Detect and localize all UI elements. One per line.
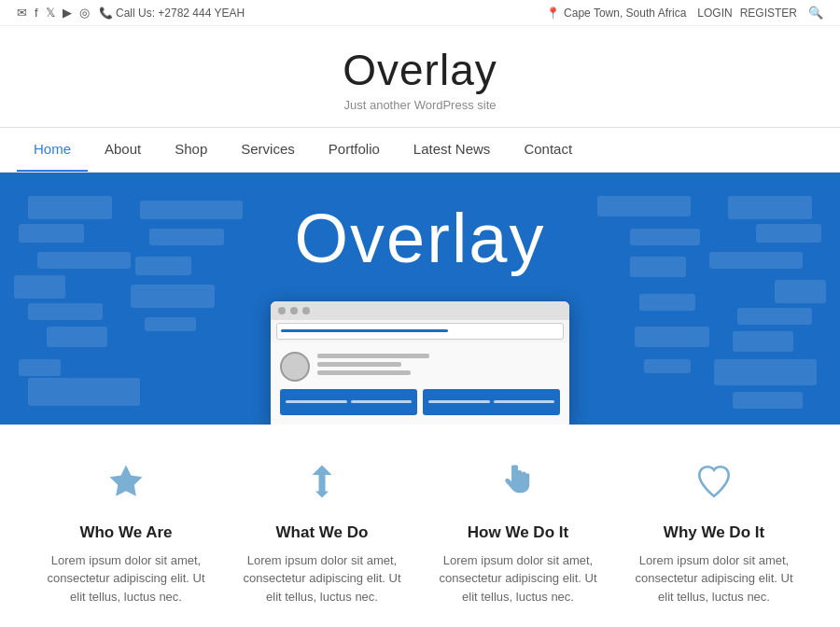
- mockup-footer-block-2: [423, 389, 560, 415]
- hero-banner: Overlay: [0, 173, 840, 425]
- social-icons: ✉ f 𝕏 ▶ ◎: [17, 6, 90, 20]
- youtube-icon[interactable]: ▶: [63, 6, 72, 20]
- feature-title-how: How We Do It: [434, 523, 602, 542]
- email-icon[interactable]: ✉: [17, 6, 27, 20]
- mockup-footer-line-2: [351, 400, 413, 403]
- mockup-footer-line-3: [428, 400, 490, 403]
- feature-what: What We DoLorem ipsum dolor sit amet, co…: [224, 462, 420, 606]
- feature-title-what: What We Do: [238, 523, 406, 542]
- feature-title-who: Who We Are: [42, 523, 210, 542]
- hero-mockup: [271, 301, 569, 425]
- feature-how: How We Do ItLorem ipsum dolor sit amet, …: [420, 462, 616, 606]
- auth-links: LOGIN REGISTER: [697, 7, 797, 20]
- facebook-icon[interactable]: f: [35, 6, 38, 20]
- mockup-window: [271, 301, 569, 425]
- nav-link-about[interactable]: About: [88, 128, 158, 170]
- hand-icon: [434, 462, 602, 510]
- mockup-footer-line-4: [494, 400, 555, 403]
- mockup-dot-1: [278, 307, 286, 314]
- feature-desc-what: Lorem ipsum dolor sit amet, consectetur …: [238, 551, 406, 606]
- nav-link-contact[interactable]: Contact: [507, 128, 589, 170]
- mockup-titlebar: [271, 301, 569, 320]
- mockup-body: [271, 342, 569, 425]
- svg-marker-0: [110, 465, 143, 495]
- features-section: Who We AreLorem ipsum dolor sit amet, co…: [0, 425, 840, 627]
- mockup-footer-block-1: [280, 389, 417, 415]
- site-title[interactable]: Overlay: [0, 47, 840, 94]
- location: 📍 Cape Town, South Africa: [546, 7, 686, 20]
- star-icon: [42, 462, 210, 510]
- feature-why: Why We Do ItLorem ipsum dolor sit amet, …: [616, 462, 812, 606]
- mockup-urlbar: [276, 323, 564, 340]
- feature-desc-how: Lorem ipsum dolor sit amet, consectetur …: [434, 551, 602, 606]
- top-bar: ✉ f 𝕏 ▶ ◎ 📞 Call Us: +2782 444 YEAH 📍 Ca…: [0, 0, 840, 26]
- mockup-line-3: [317, 370, 411, 375]
- nav-item-services[interactable]: Services: [224, 128, 312, 172]
- search-icon[interactable]: 🔍: [808, 6, 823, 20]
- nav-link-home[interactable]: Home: [17, 128, 88, 172]
- instagram-icon[interactable]: ◎: [79, 6, 90, 20]
- site-header: Overlay Just another WordPress site: [0, 26, 840, 128]
- feature-desc-who: Lorem ipsum dolor sit amet, consectetur …: [42, 551, 210, 606]
- feature-who: Who We AreLorem ipsum dolor sit amet, co…: [28, 462, 224, 606]
- mockup-avatar: [280, 352, 310, 382]
- feature-desc-why: Lorem ipsum dolor sit amet, consectetur …: [630, 551, 798, 606]
- heart-icon: [630, 462, 798, 510]
- feature-title-why: Why We Do It: [630, 523, 798, 542]
- nav-link-portfolio[interactable]: Portfolio: [312, 128, 397, 170]
- login-link[interactable]: LOGIN: [697, 7, 732, 20]
- nav-item-about[interactable]: About: [88, 128, 158, 172]
- mockup-footer: [280, 389, 560, 415]
- mockup-footer-line-1: [286, 400, 347, 403]
- top-bar-left: ✉ f 𝕏 ▶ ◎ 📞 Call Us: +2782 444 YEAH: [17, 6, 245, 20]
- mockup-line-1: [317, 354, 429, 358]
- mockup-urlbar-line: [281, 329, 448, 332]
- top-bar-right: 📍 Cape Town, South Africa LOGIN REGISTER…: [546, 6, 823, 20]
- phone-number: 📞 Call Us: +2782 444 YEAH: [99, 7, 245, 20]
- nav-item-shop[interactable]: Shop: [158, 128, 224, 172]
- mockup-line-2: [317, 362, 401, 367]
- nav-item-latest-news[interactable]: Latest News: [397, 128, 508, 172]
- nav-link-shop[interactable]: Shop: [158, 128, 224, 170]
- register-link[interactable]: REGISTER: [740, 7, 797, 20]
- nav-item-contact[interactable]: Contact: [507, 128, 589, 172]
- site-tagline: Just another WordPress site: [0, 98, 840, 112]
- hero-title: Overlay: [295, 199, 546, 278]
- nav-item-home[interactable]: Home: [17, 128, 88, 172]
- main-nav: HomeAboutShopServicesPortfolioLatest New…: [0, 128, 840, 173]
- twitter-icon[interactable]: 𝕏: [46, 6, 55, 20]
- filter-icon: [238, 462, 406, 510]
- mockup-dot-2: [290, 307, 298, 314]
- location-pin-icon: 📍: [546, 7, 560, 20]
- nav-item-portfolio[interactable]: Portfolio: [312, 128, 397, 172]
- mockup-dot-3: [302, 307, 310, 314]
- mockup-lines: [317, 354, 429, 379]
- nav-link-services[interactable]: Services: [224, 128, 312, 170]
- nav-link-latest-news[interactable]: Latest News: [397, 128, 508, 170]
